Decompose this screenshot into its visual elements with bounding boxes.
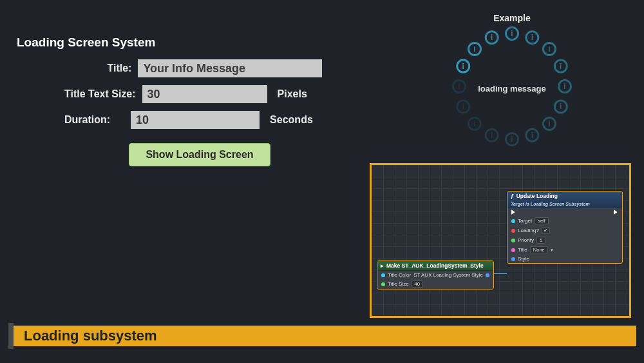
spinner-dot-icon [456,59,470,74]
title-label: Title: [64,63,131,74]
spinner-dot-icon [558,79,572,93]
loading-checkbox[interactable]: ✔ [542,227,550,234]
title-pin-label: Title [518,247,527,253]
title-value[interactable]: None [530,246,548,253]
update-node-title: Update Loading [516,193,558,199]
loading-pin-label: Loading? [518,228,539,233]
blueprint-update-node[interactable]: ƒ Update Loading Target is Loading Scree… [507,191,623,264]
pin-icon[interactable] [511,257,515,261]
example-heading: Example [399,13,625,23]
spinner-dot-icon [542,117,556,131]
update-node-header: ƒ Update Loading Target is Loading Scree… [507,191,622,208]
pin-icon[interactable] [381,273,385,277]
spinner-dot-icon [452,79,466,93]
bottom-banner: Loading subsystem [8,326,636,346]
blueprint-panel: ▸ Make ST_AUK_LoadingSystem_Style Title … [370,163,631,318]
style-pin-label: Style [518,256,529,262]
pin-icon[interactable] [381,282,385,286]
pin-icon[interactable] [511,248,515,252]
exec-out-pin[interactable] [614,210,618,215]
pin-icon[interactable] [511,239,515,242]
banner-text: Loading subsystem [24,328,157,344]
priority-pin-label: Priority [518,237,534,243]
spinner-dot-icon [485,128,499,142]
spinner-dot-icon [456,99,470,113]
settings-form: Title: Title Text Size: Pixels Duration:… [64,59,322,166]
make-node-header: ▸ Make ST_AUK_LoadingSystem_Style [377,261,493,271]
update-node-subtitle: Target is Loading Screen Subsystem [511,202,590,206]
show-loading-button[interactable]: Show Loading Screen [129,143,270,166]
function-icon: ƒ [511,193,514,199]
pin-icon[interactable] [486,273,489,277]
spinner-dot-icon [554,99,568,113]
duration-suffix: Seconds [270,114,313,126]
title-size-pin: Title Size [388,281,409,287]
blueprint-make-node[interactable]: ▸ Make ST_AUK_LoadingSystem_Style Title … [377,260,494,289]
panel-title: Loading Screen System [17,35,155,50]
spinner-dot-icon [505,132,519,146]
target-pin-label: Target [518,218,532,224]
spinner-dot-icon [554,59,568,74]
make-out-pin-label: ST AUK Loading System Style [413,272,483,278]
priority-value[interactable]: 5 [536,237,545,244]
spinner-icon: loading message [454,28,570,144]
spinner-dot-icon [525,128,539,142]
title-input[interactable] [138,59,322,77]
title-color-pin: Title Color [388,272,411,278]
size-label: Title Text Size: [64,88,136,100]
spinner-message: loading message [454,84,570,93]
example-preview: Example loading message [399,13,625,155]
struct-icon: ▸ [381,262,384,269]
spinner-dot-icon [468,42,482,56]
pin-icon[interactable] [511,229,515,233]
pin-icon[interactable] [511,219,515,223]
spinner-dot-icon [505,26,519,41]
spinner-dot-icon [525,30,539,44]
spinner-dot-icon [468,117,482,131]
title-size-input[interactable] [142,85,267,103]
spinner-dot-icon [485,30,499,44]
size-suffix: Pixels [278,88,307,100]
dropdown-icon[interactable]: ▾ [551,248,553,253]
make-node-title: Make ST_AUK_LoadingSystem_Style [386,262,484,269]
exec-in-pin[interactable] [511,210,516,215]
duration-input[interactable] [131,111,260,129]
duration-label: Duration: [64,114,110,126]
spinner-dot-icon [542,42,556,56]
title-size-value[interactable]: 40 [412,280,423,288]
target-value[interactable]: self [535,217,549,224]
